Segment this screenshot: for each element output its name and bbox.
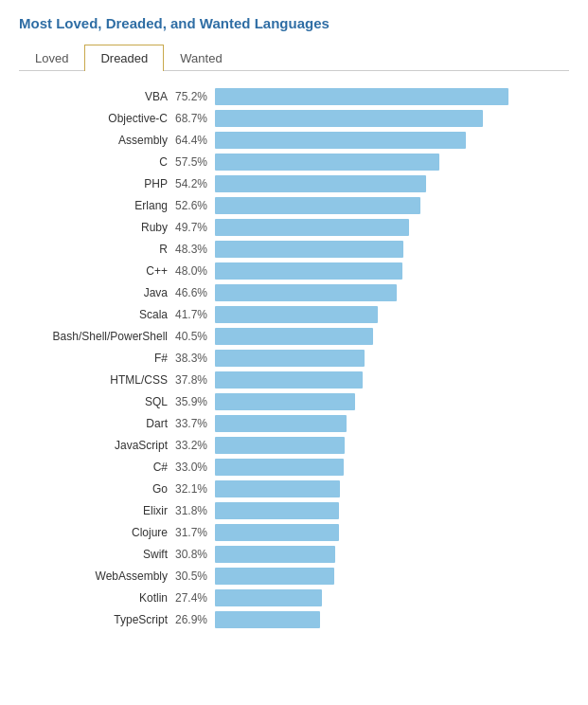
main-container: Most Loved, Dreaded, and Wanted Language…	[0, 0, 588, 648]
lang-label: Elixir	[19, 504, 175, 517]
bar-fill	[215, 437, 345, 454]
bar-fill	[215, 154, 439, 171]
lang-label: Ruby	[19, 221, 175, 234]
lang-label: Erlang	[19, 199, 175, 212]
pct-label: 35.9%	[175, 395, 215, 408]
tab-loved[interactable]: Loved	[19, 45, 84, 71]
lang-label: Go	[19, 482, 175, 496]
pct-label: 31.7%	[175, 526, 215, 539]
pct-label: 49.7%	[175, 221, 215, 234]
bar-track	[215, 197, 569, 214]
pct-label: 30.5%	[175, 569, 215, 583]
pct-label: 48.3%	[175, 243, 215, 256]
table-row: Erlang 52.6%	[19, 197, 569, 214]
pct-label: 37.8%	[175, 373, 215, 387]
tab-bar: Loved Dreaded Wanted	[19, 45, 569, 71]
bar-track	[215, 459, 569, 476]
pct-label: 33.7%	[175, 417, 215, 430]
table-row: C 57.5%	[19, 154, 569, 171]
lang-label: VBA	[19, 90, 175, 103]
bar-track	[215, 437, 569, 454]
bar-fill	[215, 241, 403, 258]
bar-fill	[215, 110, 483, 127]
tab-dreaded[interactable]: Dreaded	[84, 45, 164, 71]
table-row: Clojure 31.7%	[19, 524, 569, 541]
bar-track	[215, 502, 569, 519]
bar-fill	[215, 306, 378, 323]
lang-label: C++	[19, 264, 175, 278]
pct-label: 48.0%	[175, 264, 215, 278]
lang-label: Java	[19, 286, 175, 299]
lang-label: Objective-C	[19, 112, 175, 125]
bar-track	[215, 415, 569, 432]
table-row: Dart 33.7%	[19, 415, 569, 432]
tab-wanted[interactable]: Wanted	[164, 45, 238, 71]
lang-label: C#	[19, 461, 175, 474]
lang-label: Bash/Shell/PowerShell	[19, 330, 175, 343]
bar-track	[215, 284, 569, 301]
lang-label: F#	[19, 352, 175, 365]
bar-fill	[215, 546, 335, 563]
pct-label: 38.3%	[175, 352, 215, 365]
bar-fill	[215, 524, 339, 541]
table-row: Assembly 64.4%	[19, 132, 569, 149]
bar-track	[215, 241, 569, 258]
lang-label: Dart	[19, 417, 175, 430]
bar-fill	[215, 262, 402, 280]
pct-label: 40.5%	[175, 330, 215, 343]
bar-chart: VBA 75.2% Objective-C 68.7% Assembly 64.…	[19, 88, 569, 628]
table-row: Kotlin 27.4%	[19, 589, 569, 606]
bar-fill	[215, 459, 344, 476]
pct-label: 52.6%	[175, 199, 215, 212]
pct-label: 33.0%	[175, 461, 215, 474]
lang-label: TypeScript	[19, 613, 175, 626]
table-row: F# 38.3%	[19, 350, 569, 367]
bar-track	[215, 306, 569, 323]
bar-fill	[215, 88, 508, 105]
table-row: Swift 30.8%	[19, 546, 569, 563]
chart-title: Most Loved, Dreaded, and Wanted Language…	[19, 15, 569, 31]
bar-track	[215, 219, 569, 236]
bar-fill	[215, 415, 347, 432]
bar-track	[215, 154, 569, 171]
table-row: SQL 35.9%	[19, 393, 569, 410]
bar-track	[215, 568, 569, 585]
pct-label: 64.4%	[175, 134, 215, 147]
bar-track	[215, 175, 569, 192]
bar-track	[215, 393, 569, 410]
bar-fill	[215, 219, 409, 236]
table-row: WebAssembly 30.5%	[19, 568, 569, 585]
pct-label: 46.6%	[175, 286, 215, 299]
bar-fill	[215, 350, 365, 367]
bar-fill	[215, 502, 339, 519]
bar-track	[215, 480, 569, 497]
lang-label: R	[19, 243, 175, 256]
pct-label: 54.2%	[175, 177, 215, 190]
bar-fill	[215, 132, 466, 149]
bar-track	[215, 132, 569, 149]
table-row: R 48.3%	[19, 241, 569, 258]
pct-label: 57.5%	[175, 155, 215, 169]
table-row: Elixir 31.8%	[19, 502, 569, 519]
table-row: Bash/Shell/PowerShell 40.5%	[19, 328, 569, 345]
lang-label: WebAssembly	[19, 569, 175, 583]
lang-label: SQL	[19, 395, 175, 408]
pct-label: 30.8%	[175, 548, 215, 561]
bar-fill	[215, 175, 426, 192]
lang-label: Kotlin	[19, 591, 175, 605]
bar-fill	[215, 371, 363, 389]
pct-label: 26.9%	[175, 613, 215, 626]
lang-label: JavaScript	[19, 439, 175, 452]
table-row: Scala 41.7%	[19, 306, 569, 323]
table-row: VBA 75.2%	[19, 88, 569, 105]
pct-label: 68.7%	[175, 112, 215, 125]
table-row: HTML/CSS 37.8%	[19, 371, 569, 389]
pct-label: 33.2%	[175, 439, 215, 452]
bar-track	[215, 88, 569, 105]
bar-fill	[215, 480, 340, 497]
bar-fill	[215, 328, 373, 345]
pct-label: 31.8%	[175, 504, 215, 517]
bar-fill	[215, 611, 320, 628]
table-row: C# 33.0%	[19, 459, 569, 476]
lang-label: PHP	[19, 177, 175, 190]
